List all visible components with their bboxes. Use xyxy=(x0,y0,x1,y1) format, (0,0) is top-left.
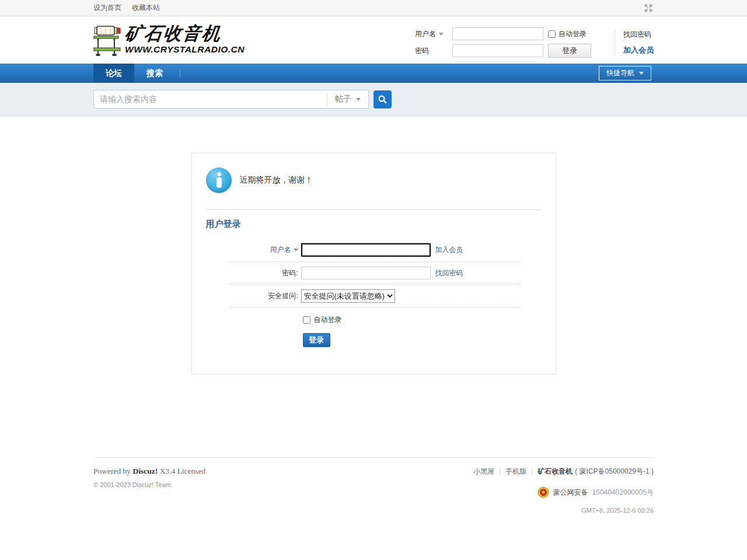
header-autologin-checkbox[interactable] xyxy=(548,30,556,38)
security-question-select[interactable]: 安全提问(未设置请忽略) xyxy=(301,289,395,303)
search-category-select[interactable]: 帖子 xyxy=(327,93,368,105)
search-box: 帖子 xyxy=(93,90,369,108)
site-title: 矿石收音机 xyxy=(124,24,245,43)
nav-divider xyxy=(180,69,180,78)
main-content: 近期将开放，谢谢！ 用户登录 用户名 加入会员 密码: 找回密码 xyxy=(0,153,747,422)
notice-message: 近期将开放，谢谢！ xyxy=(240,175,313,186)
username-input[interactable] xyxy=(301,243,431,257)
username-dropdown-icon xyxy=(439,33,444,36)
top-utility-bar: 设为首页 收藏本站 xyxy=(0,0,747,16)
header-username-input[interactable] xyxy=(452,27,543,40)
autologin-checkbox[interactable] xyxy=(303,316,310,324)
site-url-text: WWW.CRYSTALRADIO.CN xyxy=(125,45,245,54)
footer-site-name-link[interactable]: 矿石收音机 xyxy=(537,467,573,477)
powered-by-line: Powered by Discuz! X3.4 Licensed xyxy=(93,467,205,476)
search-input[interactable] xyxy=(94,91,327,107)
footer-link-divider xyxy=(532,469,532,475)
quicknav-dropdown-icon xyxy=(639,72,644,75)
footer-links: 小黑屋 手机版 矿石收音机 ( 蒙ICP备05000029号-1 ) xyxy=(473,467,654,477)
password-field-label: 密码: xyxy=(206,268,301,278)
header-login-button[interactable]: 登录 xyxy=(548,44,591,58)
join-member-link[interactable]: 加入会员 xyxy=(623,45,654,55)
site-header: 矿石收音机 WWW.CRYSTALRADIO.CN 用户名 自动登录 xyxy=(0,16,747,64)
notice-row: 近期将开放，谢谢！ xyxy=(206,166,542,193)
search-band: 帖子 xyxy=(0,83,747,117)
widescreen-toggle-icon[interactable] xyxy=(643,3,654,13)
header-login-form: 用户名 自动登录 密码 登录 xyxy=(415,27,654,58)
header-password-input[interactable] xyxy=(452,44,543,57)
quick-nav-button[interactable]: 快捷导航 xyxy=(599,66,651,80)
row-separator xyxy=(229,261,520,262)
login-submit-button[interactable]: 登录 xyxy=(303,333,330,347)
search-icon xyxy=(378,94,388,104)
header-password-label: 密码 xyxy=(415,46,452,56)
join-member-side-link[interactable]: 加入会员 xyxy=(435,245,463,255)
bookmark-site-link[interactable]: 收藏本站 xyxy=(132,3,160,13)
security-badge-label: 蒙公网安备 xyxy=(553,488,588,498)
panel-divider xyxy=(206,209,542,210)
security-question-label: 安全提问: xyxy=(206,291,301,301)
login-form: 用户名 加入会员 密码: 找回密码 安全提问: 安全提问( xyxy=(206,239,542,347)
find-password-link[interactable]: 找回密码 xyxy=(623,30,651,40)
main-navbar: 论坛 搜索 快捷导航 xyxy=(0,64,747,83)
footer: Powered by Discuz! X3.4 Licensed © 2001-… xyxy=(0,457,747,514)
autologin-label: 自动登录 xyxy=(314,315,342,325)
search-button[interactable] xyxy=(374,90,392,108)
darkroom-link[interactable]: 小黑屋 xyxy=(473,467,494,477)
header-username-label[interactable]: 用户名 xyxy=(415,29,452,39)
security-badge-number: 15040402000005号 xyxy=(592,488,654,498)
police-badge-icon xyxy=(537,487,549,498)
row-separator xyxy=(229,307,520,308)
login-panel: 近期将开放，谢谢！ 用户登录 用户名 加入会员 密码: 找回密码 xyxy=(191,153,556,374)
public-security-badge[interactable]: 蒙公网安备 15040402000005号 xyxy=(473,487,654,498)
tab-forum[interactable]: 论坛 xyxy=(93,64,134,83)
password-input[interactable] xyxy=(301,267,431,279)
copyright-text: © 2001-2023 Discuz! Team. xyxy=(93,481,205,488)
find-password-side-link[interactable]: 找回密码 xyxy=(435,268,463,278)
username-field-dropdown-icon xyxy=(294,249,298,251)
info-icon xyxy=(206,167,232,193)
mobile-version-link[interactable]: 手机版 xyxy=(505,467,526,477)
timestamp-text: GMT+8, 2025-12-6 03:26 xyxy=(473,507,654,514)
tab-search[interactable]: 搜索 xyxy=(134,64,175,83)
set-homepage-link[interactable]: 设为首页 xyxy=(93,3,121,13)
search-category-dropdown-icon xyxy=(356,98,361,101)
footer-link-divider xyxy=(500,469,500,475)
licensed-link[interactable]: Licensed xyxy=(177,467,206,475)
row-separator xyxy=(229,284,520,285)
discuz-brand-link[interactable]: Discuz! xyxy=(133,467,158,475)
header-autologin-label: 自动登录 xyxy=(558,29,587,39)
crystal-radio-logo-icon xyxy=(93,24,121,57)
username-field-label[interactable]: 用户名 xyxy=(206,245,301,255)
icp-number-text: ( 蒙ICP备05000029号-1 ) xyxy=(575,467,654,477)
site-logo[interactable]: 矿石收音机 WWW.CRYSTALRADIO.CN xyxy=(93,24,245,57)
autologin-row: 自动登录 xyxy=(303,309,542,326)
login-panel-title: 用户登录 xyxy=(206,219,542,230)
